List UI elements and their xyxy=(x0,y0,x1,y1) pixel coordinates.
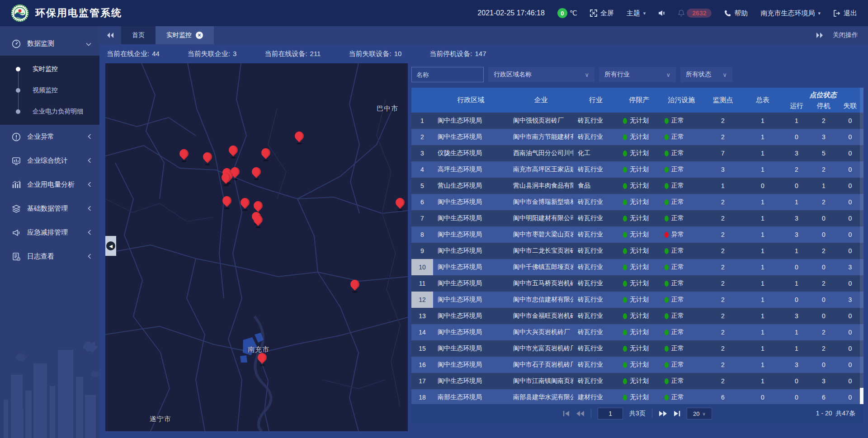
page-number-input[interactable] xyxy=(598,408,623,419)
table-row[interactable]: 10阆中生态环境局阆中千佛镇五郎垭页岩砖瓦行业无计划正常21003 xyxy=(411,259,863,275)
table-scrollbar[interactable] xyxy=(860,88,863,404)
table-row[interactable]: 9阆中生态环境局阆中市二龙长宝页岩砖砖瓦行业无计划正常21120 xyxy=(411,243,863,259)
row-meters-cell: 1 xyxy=(743,117,783,124)
table-row[interactable]: 16阆中生态环境局阆中市石子页岩机砖厂砖瓦行业无计划正常21300 xyxy=(411,357,863,373)
table-row[interactable]: 5营山生态环境局营山县润丰肉食品有限食品无计划正常10010 xyxy=(411,178,863,194)
map-pin-icon[interactable] xyxy=(253,213,263,227)
stat-label: 当前失联企业: xyxy=(188,50,230,57)
table-row[interactable]: 17阆中生态环境局阆中市江南镇阆南页岩砖瓦行业无计划正常21030 xyxy=(411,373,863,389)
stat-value: 10 xyxy=(394,50,402,57)
row-points-cell: 2 xyxy=(703,215,743,222)
double-chevron-right-icon[interactable] xyxy=(816,32,824,38)
close-tab-icon[interactable]: × xyxy=(196,32,203,39)
sidebar-group-3[interactable]: 企业综合统计 xyxy=(0,149,99,173)
table-row[interactable]: 18南部生态环境局南部县建华水泥有限公建材行业无计划正常60060 xyxy=(411,389,863,404)
scrollbar-thumb[interactable] xyxy=(860,388,863,404)
table-row[interactable]: 12阆中生态环境局阆中市忠信建材有限公砖瓦行业无计划正常21003 xyxy=(411,292,863,308)
sidebar-item-实时监控[interactable]: 实时监控 xyxy=(0,58,99,80)
first-page-button[interactable] xyxy=(563,410,570,417)
map-pin-icon[interactable] xyxy=(257,352,267,365)
row-facility-cell: 正常 xyxy=(660,263,703,271)
close-operations-button[interactable]: 关闭操作 xyxy=(833,31,858,39)
pin-head xyxy=(259,146,272,159)
name-filter-input[interactable] xyxy=(411,67,484,82)
row-index-cell: 13 xyxy=(411,308,433,324)
theme-dropdown[interactable]: 主题▾ xyxy=(627,9,646,18)
map-pin-icon[interactable] xyxy=(228,144,238,158)
sidebar-group-6[interactable]: 应急减排管理 xyxy=(0,221,99,245)
last-page-button[interactable] xyxy=(674,410,680,417)
sidebar-group-4[interactable]: 企业用电量分析 xyxy=(0,173,99,197)
row-company-cell: 阆中千佛镇五郎垭页岩 xyxy=(509,263,573,271)
row-points-cell: 1 xyxy=(703,182,743,189)
row-company-cell: 阆中市石子页岩机砖厂 xyxy=(509,361,573,369)
map-pin-icon[interactable] xyxy=(294,130,304,144)
row-points-cell: 2 xyxy=(703,198,743,206)
sidebar-group-1[interactable]: 数据监测 xyxy=(0,32,99,56)
table-row[interactable]: 7阆中生态环境局阆中明阳建材有限公司砖瓦行业无计划正常21300 xyxy=(411,210,863,226)
region-filter-select[interactable]: 行政区域名称∨ xyxy=(488,67,594,82)
logout-button[interactable]: 退出 xyxy=(833,9,857,18)
table-row[interactable]: 4高坪生态环境局南充市高坪区王家店建砖瓦行业无计划正常31220 xyxy=(411,161,863,178)
table-row[interactable]: 14阆中生态环境局阆中大兴页岩机砖厂砖瓦行业无计划正常21120 xyxy=(411,324,863,340)
status-filter-select[interactable]: 所有状态∨ xyxy=(680,67,732,82)
row-facility-text: 正常 xyxy=(671,328,684,336)
row-running-cell: 0 xyxy=(783,296,811,303)
fullscreen-button[interactable]: 全屏 xyxy=(590,9,614,18)
sidebar-group-2[interactable]: 企业异常 xyxy=(0,125,99,149)
map-pin-icon[interactable] xyxy=(179,148,189,161)
map-panel[interactable]: 巴中市南充市遂宁市 ◀ xyxy=(105,63,408,431)
map-pin-icon[interactable] xyxy=(240,197,250,210)
table-row[interactable]: 3仪陇生态环境局西南油气田分公司川中化工无计划正常71350 xyxy=(411,145,863,161)
map-pin-icon[interactable] xyxy=(395,197,405,210)
row-industry-cell: 砖瓦行业 xyxy=(573,214,618,222)
prev-page-button[interactable] xyxy=(576,410,585,417)
row-facility-cell: 正常 xyxy=(660,296,703,304)
sidebar-group-5[interactable]: 基础数据管理 xyxy=(0,197,99,221)
tab-realtime-monitoring[interactable]: 实时监控 × xyxy=(156,26,214,44)
stat-value: 44 xyxy=(152,50,160,57)
map-collapse-handle[interactable]: ◀ xyxy=(105,236,116,256)
page-size-select[interactable]: 20∨ xyxy=(687,408,712,419)
map-pin-icon[interactable] xyxy=(261,147,271,160)
sidebar-item-视频监控[interactable]: 视频监控 xyxy=(0,80,99,101)
row-stopped-cell: 1 xyxy=(811,182,837,189)
mute-button[interactable] xyxy=(658,10,665,16)
megaphone-icon xyxy=(12,228,21,237)
industry-filter-select[interactable]: 所有行业∨ xyxy=(599,67,676,82)
table-row[interactable]: 13阆中生态环境局阆中市金福旺页岩机砖砖瓦行业无计划正常21300 xyxy=(411,308,863,324)
stat-item: 当前失联企业:3 xyxy=(188,50,237,58)
next-page-button[interactable] xyxy=(659,410,667,417)
row-running-cell: 1 xyxy=(783,247,811,254)
sidebar-group-7[interactable]: 日志查看 xyxy=(0,245,99,268)
map-pin-icon[interactable] xyxy=(221,172,231,185)
pin-head xyxy=(256,351,269,364)
row-industry-cell: 砖瓦行业 xyxy=(573,247,618,255)
table-row[interactable]: 11阆中生态环境局阆中市五马桥页岩机砖砖瓦行业无计划正常21120 xyxy=(411,275,863,292)
temperature-unit: ℃ xyxy=(570,9,577,17)
map-pin-icon[interactable] xyxy=(203,151,212,165)
table-row[interactable]: 1阆中生态环境局阆中强锐页岩砖厂砖瓦行业无计划正常21120 xyxy=(411,113,863,129)
table-row[interactable]: 8阆中生态环境局阆中市枣碧大梁山页岩砖瓦行业无计划异常21300 xyxy=(411,226,863,243)
row-limit-text: 无计划 xyxy=(630,361,649,369)
organization-dropdown[interactable]: 南充市生态环境局▾ xyxy=(760,9,821,18)
help-button[interactable]: 帮助 xyxy=(724,9,748,18)
map-pin-icon[interactable] xyxy=(222,195,232,208)
map-pin-icon[interactable] xyxy=(350,278,360,292)
table-row[interactable]: 6阆中生态环境局阆中市金博瑞新型墙材砖瓦行业无计划正常21120 xyxy=(411,194,863,210)
map-pin-icon[interactable] xyxy=(251,166,261,179)
row-industry-cell: 砖瓦行业 xyxy=(573,165,618,174)
notifications[interactable]: 2632 xyxy=(678,9,712,18)
table-row[interactable]: 2阆中生态环境局阆中市南方节能建材有砖瓦行业无计划正常21030 xyxy=(411,129,863,145)
row-facility-cell: 正常 xyxy=(660,165,703,174)
table-row[interactable]: 15阆中生态环境局阆中市光富页岩机砖厂砖瓦行业无计划正常21120 xyxy=(411,340,863,357)
row-meters-cell: 1 xyxy=(743,247,783,254)
sidebar-item-企业电力负荷明细[interactable]: 企业电力负荷明细 xyxy=(0,101,99,122)
tabs-scroll-left-button[interactable] xyxy=(99,26,121,44)
row-industry-cell: 食品 xyxy=(573,182,618,190)
row-facility-text: 正常 xyxy=(671,198,684,206)
tab-home[interactable]: 首页 xyxy=(121,26,156,44)
row-company-cell: 阆中市金福旺页岩机砖 xyxy=(509,312,573,320)
row-limit-text: 无计划 xyxy=(630,117,649,125)
row-limit-cell: 无计划 xyxy=(618,133,660,141)
